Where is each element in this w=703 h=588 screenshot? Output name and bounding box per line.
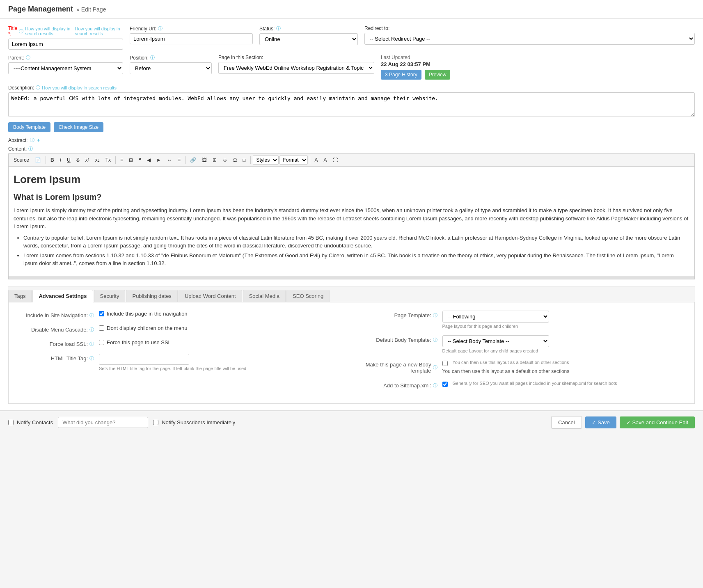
change-input[interactable]: [58, 417, 148, 428]
description-textarea[interactable]: WebEd: a powerful CMS with lots of integ…: [8, 92, 695, 117]
friendly-url-input[interactable]: [130, 33, 253, 44]
content-section: Content: ⓘ Source 📄 B I U S x² x₂ Tx ≡ ⊟…: [8, 146, 695, 279]
make-body-check-label[interactable]: You can then use this layout as a defaul…: [442, 360, 678, 366]
title-input[interactable]: [8, 39, 123, 50]
file-icon-button[interactable]: 📄: [32, 156, 44, 164]
disable-menu-check-label[interactable]: Dont display children on the menu: [99, 325, 343, 331]
force-ssl-checkbox[interactable]: [99, 340, 104, 345]
editor-list: Contrary to popular belief, Lorem Ipsum …: [23, 234, 689, 268]
removeformat-button[interactable]: Tx: [103, 156, 113, 164]
html-title-input[interactable]: [99, 354, 189, 365]
title-help-link[interactable]: How you will display in search results: [25, 26, 73, 36]
table-button[interactable]: ⊞: [210, 156, 219, 164]
add-sitemap-info-icon[interactable]: ⓘ: [433, 382, 437, 389]
strikethrough-button[interactable]: S: [74, 156, 82, 164]
editor-h1: Lorem Ipsum: [14, 172, 689, 188]
force-ssl-check-label[interactable]: Force this page to use SSL: [99, 339, 343, 345]
add-sitemap-checkbox[interactable]: [442, 382, 448, 387]
position-info-icon[interactable]: ⓘ: [150, 55, 155, 61]
subscript-button[interactable]: x₂: [93, 156, 102, 164]
parent-select[interactable]: ----Content Management System: [8, 62, 123, 74]
html-title-label: HTML Title Tag: ⓘ: [17, 354, 99, 361]
editor-body[interactable]: Lorem Ipsum What is Lorem Ipsum? Lorem I…: [8, 166, 695, 276]
page-template-info-icon[interactable]: ⓘ: [433, 312, 437, 318]
content-info-icon[interactable]: ⓘ: [28, 146, 33, 152]
link-button[interactable]: 🔗: [188, 156, 199, 164]
description-help-link[interactable]: How you will display in search results: [42, 85, 117, 90]
status-select[interactable]: Online Offline Draft: [259, 33, 358, 45]
justify-button[interactable]: ≡: [175, 156, 183, 164]
friendly-url-info-icon[interactable]: ⓘ: [158, 25, 163, 32]
section-select[interactable]: Free Weekly WebEd Online Workshop Regist…: [218, 62, 374, 74]
page-template-row: Page Template: ⓘ ---Following Page layou…: [360, 311, 678, 329]
force-ssl-label: Force load SSL: ⓘ: [17, 339, 99, 347]
position-group: Position: ⓘ Before After First Last: [130, 55, 212, 74]
bg-color-button[interactable]: A: [321, 156, 330, 164]
tab-publishing-dates[interactable]: Publishing dates: [126, 290, 177, 302]
title-info-icon[interactable]: ⓘ: [19, 28, 23, 34]
cancel-button[interactable]: Cancel: [551, 416, 582, 429]
editor-scrollbar[interactable]: [8, 276, 695, 279]
tab-security[interactable]: Security: [94, 290, 126, 302]
abstract-info-icon[interactable]: ⓘ: [30, 137, 34, 143]
fullscreen-button[interactable]: ⛶: [330, 156, 340, 164]
make-body-template-row: Make this page a new Body Template ⓘ You…: [360, 360, 678, 374]
unordered-list-button[interactable]: ⊟: [126, 156, 135, 164]
include-nav-checkbox[interactable]: [99, 311, 104, 316]
force-ssl-info-icon[interactable]: ⓘ: [89, 341, 94, 347]
smiley-button[interactable]: ☺: [220, 156, 230, 164]
underline-button[interactable]: U: [64, 156, 73, 164]
default-body-info-icon[interactable]: ⓘ: [433, 337, 437, 343]
include-nav-info-icon[interactable]: ⓘ: [89, 312, 94, 318]
disable-menu-info-icon[interactable]: ⓘ: [89, 327, 94, 333]
footer-right: Cancel ✓ Save ✓ Save and Continue Edit: [551, 416, 695, 429]
page-history-button[interactable]: 3 Page History: [381, 70, 421, 80]
make-body-checkbox[interactable]: [442, 361, 448, 366]
description-info-icon[interactable]: ⓘ: [36, 85, 40, 91]
status-info-icon[interactable]: ⓘ: [276, 25, 281, 32]
special-char-button[interactable]: Ω: [231, 156, 239, 164]
save-button[interactable]: ✓ Save: [585, 416, 616, 428]
notify-contacts-label[interactable]: Notify Contacts: [8, 419, 53, 426]
default-body-select[interactable]: -- Select Body Template --: [442, 335, 549, 347]
notify-contacts-checkbox[interactable]: [8, 420, 14, 425]
html-title-info-icon[interactable]: ⓘ: [89, 355, 94, 361]
page-template-select[interactable]: ---Following: [442, 311, 549, 323]
tab-seo-scoring[interactable]: SEO Scoring: [286, 290, 330, 302]
align-right-button[interactable]: ↔: [165, 156, 174, 164]
body-template-button[interactable]: Body Template: [8, 122, 50, 132]
image-button[interactable]: 🖼: [199, 156, 209, 164]
parent-info-icon[interactable]: ⓘ: [26, 55, 30, 61]
italic-button[interactable]: I: [57, 156, 64, 164]
ordered-list-button[interactable]: ≡: [118, 156, 126, 164]
notify-subscribers-label[interactable]: Notify Subscribers Immediately: [153, 419, 235, 426]
preview-button[interactable]: Preview: [425, 70, 451, 80]
styles-select[interactable]: Styles: [253, 156, 279, 165]
add-sitemap-check-label[interactable]: Generally for SEO you want all pages inc…: [442, 381, 678, 387]
include-nav-check-label[interactable]: Include this page in the navigation: [99, 311, 343, 317]
blockquote-button[interactable]: ❝: [136, 156, 144, 164]
tabs-nav: Tags Advanced Settings Security Publishi…: [8, 286, 695, 302]
position-select[interactable]: Before After First Last: [130, 62, 212, 74]
tab-advanced-settings[interactable]: Advanced Settings: [32, 290, 93, 302]
redirect-select[interactable]: -- Select Redirect Page --: [364, 33, 695, 45]
font-color-button[interactable]: A: [312, 156, 321, 164]
abstract-add-icon[interactable]: +: [37, 137, 40, 143]
settings-grid: Include In Site Navigation: ⓘ Include th…: [17, 311, 686, 395]
notify-subscribers-checkbox[interactable]: [153, 420, 158, 425]
align-left-button[interactable]: ◀: [144, 156, 153, 164]
format-select[interactable]: Format: [279, 156, 308, 165]
superscript-button[interactable]: x²: [83, 156, 92, 164]
source-button[interactable]: Source: [11, 156, 32, 164]
iframe-button[interactable]: □: [240, 156, 248, 164]
align-center-button[interactable]: ►: [154, 156, 164, 164]
make-body-info-icon[interactable]: ⓘ: [433, 364, 437, 371]
check-image-button[interactable]: Check Image Size: [54, 122, 103, 132]
tab-upload-word[interactable]: Upload Word Content: [179, 290, 242, 302]
tab-social-media[interactable]: Social Media: [243, 290, 286, 302]
disable-menu-checkbox[interactable]: [99, 325, 104, 331]
bold-button[interactable]: B: [48, 156, 57, 164]
save-continue-button[interactable]: ✓ Save and Continue Edit: [620, 416, 695, 428]
tab-tags[interactable]: Tags: [8, 290, 32, 302]
default-body-row: Default Body Template: ⓘ -- Select Body …: [360, 335, 678, 353]
